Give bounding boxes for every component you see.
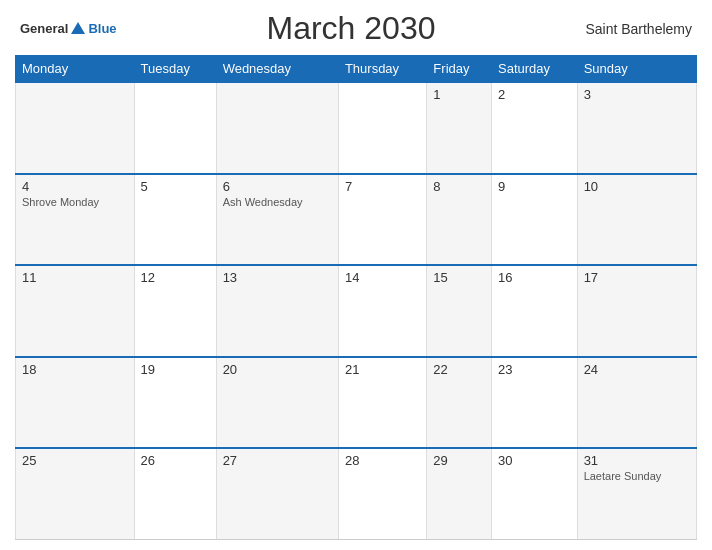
- calendar-cell: 29: [427, 448, 492, 540]
- day-number: 1: [433, 87, 485, 102]
- day-event: Laetare Sunday: [584, 470, 690, 482]
- calendar-cell: 3: [577, 82, 696, 174]
- calendar-cell: 16: [492, 265, 578, 357]
- day-number: 4: [22, 179, 128, 194]
- day-number: 15: [433, 270, 485, 285]
- day-number: 21: [345, 362, 420, 377]
- calendar-week-1: 123: [16, 82, 697, 174]
- day-number: 14: [345, 270, 420, 285]
- calendar-cell: [338, 82, 426, 174]
- weekday-header-sunday: Sunday: [577, 56, 696, 83]
- region-label: Saint Barthelemy: [585, 21, 692, 37]
- calendar-header: General Blue March 2030 Saint Barthelemy: [15, 10, 697, 47]
- weekday-header-thursday: Thursday: [338, 56, 426, 83]
- day-number: 9: [498, 179, 571, 194]
- calendar-cell: 28: [338, 448, 426, 540]
- calendar-cell: 13: [216, 265, 338, 357]
- calendar-cell: 8: [427, 174, 492, 266]
- calendar-cell: 7: [338, 174, 426, 266]
- weekday-header-friday: Friday: [427, 56, 492, 83]
- day-number: 22: [433, 362, 485, 377]
- calendar-cell: 23: [492, 357, 578, 449]
- weekday-header-monday: Monday: [16, 56, 135, 83]
- calendar-table: MondayTuesdayWednesdayThursdayFridaySatu…: [15, 55, 697, 540]
- calendar-cell: 22: [427, 357, 492, 449]
- day-number: 20: [223, 362, 332, 377]
- day-number: 30: [498, 453, 571, 468]
- calendar-cell: 10: [577, 174, 696, 266]
- calendar-cell: 1: [427, 82, 492, 174]
- weekday-header-wednesday: Wednesday: [216, 56, 338, 83]
- day-number: 6: [223, 179, 332, 194]
- calendar-cell: 27: [216, 448, 338, 540]
- calendar-cell: 19: [134, 357, 216, 449]
- day-number: 18: [22, 362, 128, 377]
- day-number: 27: [223, 453, 332, 468]
- calendar-cell: 5: [134, 174, 216, 266]
- day-number: 24: [584, 362, 690, 377]
- calendar-cell: 25: [16, 448, 135, 540]
- calendar-week-2: 4Shrove Monday56Ash Wednesday78910: [16, 174, 697, 266]
- calendar-cell: 30: [492, 448, 578, 540]
- day-number: 26: [141, 453, 210, 468]
- calendar-week-5: 25262728293031Laetare Sunday: [16, 448, 697, 540]
- svg-marker-0: [71, 22, 85, 34]
- calendar-cell: 11: [16, 265, 135, 357]
- day-number: 7: [345, 179, 420, 194]
- weekday-header-tuesday: Tuesday: [134, 56, 216, 83]
- calendar-week-4: 18192021222324: [16, 357, 697, 449]
- logo-text-general: General: [20, 21, 68, 36]
- calendar-cell: 4Shrove Monday: [16, 174, 135, 266]
- calendar-cell: 26: [134, 448, 216, 540]
- day-number: 25: [22, 453, 128, 468]
- calendar-cell: 18: [16, 357, 135, 449]
- day-number: 19: [141, 362, 210, 377]
- calendar-cell: [216, 82, 338, 174]
- day-number: 10: [584, 179, 690, 194]
- calendar-cell: 2: [492, 82, 578, 174]
- calendar-cell: [16, 82, 135, 174]
- day-number: 3: [584, 87, 690, 102]
- day-number: 2: [498, 87, 571, 102]
- day-number: 31: [584, 453, 690, 468]
- day-number: 17: [584, 270, 690, 285]
- calendar-cell: [134, 82, 216, 174]
- month-title: March 2030: [117, 10, 586, 47]
- day-number: 11: [22, 270, 128, 285]
- day-number: 29: [433, 453, 485, 468]
- day-number: 12: [141, 270, 210, 285]
- logo-icon: [69, 20, 87, 38]
- day-number: 8: [433, 179, 485, 194]
- day-number: 5: [141, 179, 210, 194]
- calendar-cell: 20: [216, 357, 338, 449]
- calendar-cell: 14: [338, 265, 426, 357]
- calendar-cell: 17: [577, 265, 696, 357]
- day-event: Ash Wednesday: [223, 196, 332, 208]
- calendar-cell: 9: [492, 174, 578, 266]
- calendar-cell: 31Laetare Sunday: [577, 448, 696, 540]
- calendar-cell: 15: [427, 265, 492, 357]
- day-number: 28: [345, 453, 420, 468]
- calendar-cell: 6Ash Wednesday: [216, 174, 338, 266]
- logo: General Blue: [20, 20, 117, 38]
- logo-text-blue: Blue: [88, 21, 116, 36]
- calendar-cell: 21: [338, 357, 426, 449]
- calendar-cell: 24: [577, 357, 696, 449]
- day-number: 23: [498, 362, 571, 377]
- calendar-header-row: MondayTuesdayWednesdayThursdayFridaySatu…: [16, 56, 697, 83]
- day-number: 13: [223, 270, 332, 285]
- day-event: Shrove Monday: [22, 196, 128, 208]
- day-number: 16: [498, 270, 571, 285]
- calendar-cell: 12: [134, 265, 216, 357]
- weekday-header-saturday: Saturday: [492, 56, 578, 83]
- calendar-week-3: 11121314151617: [16, 265, 697, 357]
